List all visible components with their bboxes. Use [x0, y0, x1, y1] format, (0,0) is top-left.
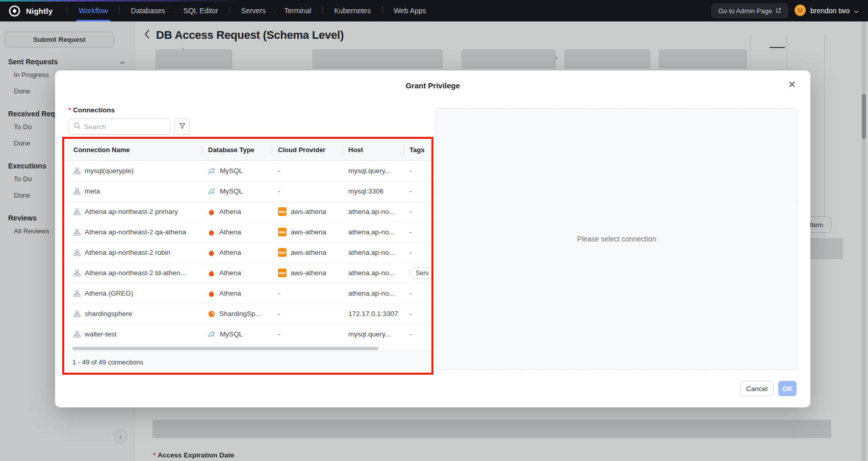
nav-item-kubernetes[interactable]: Kubernetes [329, 0, 376, 21]
search-icon [73, 122, 81, 131]
admin-button-label: Go to Admin Page [718, 7, 772, 15]
table-row-meta[interactable]: metaMySQL-mysql:3306- [64, 181, 431, 202]
database-type: Athena [219, 249, 241, 256]
tags: - [410, 228, 412, 236]
host: mysql.query... [348, 167, 391, 175]
athena-icon [208, 270, 215, 277]
nav-dot: · [274, 7, 276, 15]
table-row-athena-ap-northeast-2-qa-athena[interactable]: Athena ap-northeast-2 qa-athenaAthenaaws… [64, 222, 431, 242]
top-nav: WorkflowDatabases·SQL EditorServers·Term… [73, 0, 431, 21]
connection-icon [73, 229, 81, 236]
host: mysql.query... [348, 330, 391, 338]
tags: - [410, 167, 412, 175]
connections-label: *Connections [68, 106, 115, 114]
aws-icon: aws [278, 228, 287, 236]
database-type: Athena [219, 269, 241, 277]
column-header-connection-name[interactable]: Connection Name [64, 139, 202, 160]
column-header-database-type[interactable]: Database Type [202, 139, 272, 160]
table-footer: 1 - 49 of 49 connections [64, 351, 431, 373]
connection-name: Athena ap-northeast-2 qa-athena [85, 228, 186, 236]
nav-divider [67, 7, 67, 15]
table-row-athena-ap-northeast-2-primary[interactable]: Athena ap-northeast-2 primaryAthenaawsaw… [64, 202, 431, 222]
nav-item-workflow[interactable]: Workflow [73, 0, 113, 21]
external-link-icon [776, 7, 781, 15]
app-logo-icon[interactable] [8, 5, 21, 17]
mysql-icon [208, 187, 216, 195]
connection-icon [73, 270, 81, 277]
aws-icon: aws [278, 207, 287, 216]
table-row-walter-test[interactable]: walter-testMySQL-mysql.query...- [64, 324, 431, 345]
nav-item-terminal[interactable]: Terminal [279, 0, 316, 21]
table-row-shardingsphere[interactable]: shardingsphereShardingSp...-172.17.0.1:3… [64, 304, 431, 324]
tags: - [410, 187, 412, 195]
connections-table: Connection NameDatabase TypeCloud Provid… [64, 139, 431, 373]
user-menu[interactable]: brendon two [794, 4, 859, 18]
nav-divider [382, 7, 382, 15]
table-row-athena-ap-northeast-2-td-athen[interactable]: Athena ap-northeast-2 td-athen...Athenaa… [64, 263, 431, 283]
ok-button[interactable]: OK [778, 381, 797, 396]
tags: - [410, 310, 412, 318]
connection-name: mysql(queryple) [85, 167, 134, 175]
top-navigation-bar: Nightly WorkflowDatabases·SQL EditorServ… [0, 0, 868, 21]
mysql-icon [208, 330, 216, 338]
close-icon[interactable]: ✕ [786, 79, 798, 91]
table-hscrollbar-thumb[interactable] [72, 347, 378, 350]
cloud-provider: - [278, 187, 280, 195]
cloud-provider: - [278, 310, 280, 318]
required-asterisk: * [68, 106, 71, 114]
connection-name: walter-test [85, 330, 116, 338]
connection-name: Athena ap-northeast-2 td-athen... [85, 269, 186, 277]
search-input[interactable] [84, 123, 165, 131]
connection-name: Athena ap-northeast-2 robin [85, 249, 170, 256]
athena-icon [208, 229, 215, 236]
topbar-right-group: Go to Admin Page brendon two [711, 4, 868, 18]
chevron-down-icon [854, 7, 859, 15]
nav-item-sql-editor[interactable]: SQL Editor [178, 0, 223, 21]
host: athena.ap-no... [348, 249, 395, 256]
nav-divider [119, 7, 120, 15]
cloud-provider: aws-athena [291, 249, 326, 256]
nav-divider [229, 7, 230, 15]
database-type: MySQL [220, 187, 243, 195]
cloud-provider: aws-athena [291, 208, 326, 215]
connection-icon [73, 249, 81, 256]
athena-icon [208, 208, 215, 215]
placeholder-text: Please select connection [577, 235, 656, 243]
grant-privilege-modal: Grant Privilege ✕ *Connections Connectio… [55, 70, 810, 407]
nav-item-databases[interactable]: Databases [126, 0, 170, 21]
app-root: Nightly WorkflowDatabases·SQL EditorServ… [0, 0, 868, 461]
brand-name: Nightly [26, 7, 53, 15]
table-row-athena-greg[interactable]: Athena (GREG)Athena-athena.ap-no...- [64, 283, 431, 304]
connection-icon [73, 331, 81, 338]
database-type: Athena [219, 289, 241, 297]
user-name: brendon two [810, 7, 850, 15]
nav-item-web-apps[interactable]: Web Apps [389, 0, 431, 21]
athena-icon [208, 290, 215, 297]
aws-icon: aws [278, 269, 287, 277]
nav-item-servers[interactable]: Servers [236, 0, 271, 21]
connection-name: Athena (GREG) [85, 289, 133, 297]
avatar [794, 4, 806, 18]
column-header-cloud-provider[interactable]: Cloud Provider [272, 139, 342, 160]
go-to-admin-page-button[interactable]: Go to Admin Page [711, 4, 788, 18]
tags: - [410, 208, 412, 215]
modal-title: Grant Privilege [55, 81, 810, 90]
connections-table-highlight: Connection NameDatabase TypeCloud Provid… [62, 137, 433, 375]
host: athena.ap-no... [348, 208, 395, 215]
database-type: ShardingSp... [219, 310, 261, 318]
column-header-host[interactable]: Host [342, 139, 403, 160]
table-row-athena-ap-northeast-2-robin[interactable]: Athena ap-northeast-2 robinAthenaawsaws-… [64, 242, 431, 263]
athena-icon [208, 249, 215, 256]
connection-icon [73, 310, 81, 318]
column-header-tags[interactable]: Tags [403, 139, 431, 160]
cloud-provider: - [278, 167, 280, 175]
cancel-button[interactable]: Cancel [740, 381, 774, 396]
database-type: MySQL [220, 330, 243, 338]
host: mysql:3306 [348, 187, 384, 195]
host: athena.ap-no... [348, 269, 395, 277]
connection-name: shardingsphere [85, 310, 132, 318]
cloud-provider: aws-athena [291, 228, 326, 236]
table-row-mysql-queryple[interactable]: mysql(queryple)MySQL-mysql.query...- [64, 161, 431, 181]
filter-button[interactable] [174, 118, 190, 135]
host: athena.ap-no... [348, 289, 395, 297]
